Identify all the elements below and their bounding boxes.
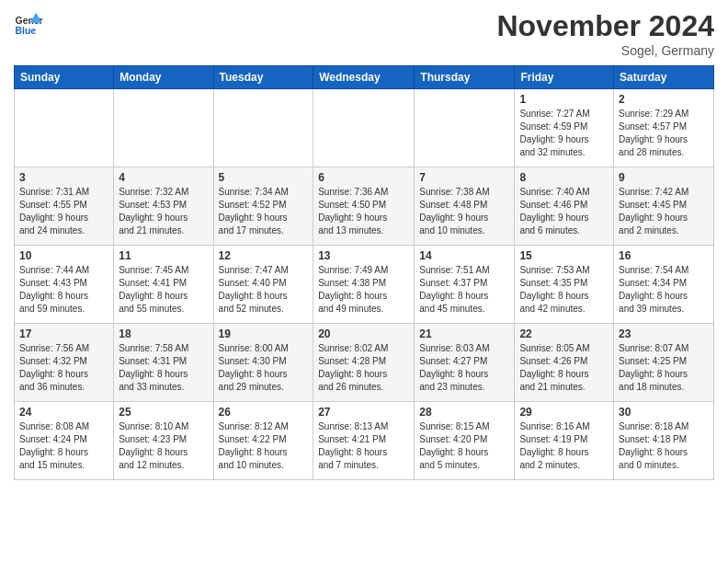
day-info: Sunrise: 7:54 AM Sunset: 4:34 PM Dayligh…	[619, 264, 709, 316]
weekday-header: Tuesday	[213, 66, 313, 89]
calendar-cell: 6Sunrise: 7:36 AM Sunset: 4:50 PM Daylig…	[313, 167, 415, 246]
day-number: 26	[219, 406, 309, 419]
day-number: 28	[419, 406, 509, 419]
day-number: 17	[19, 327, 108, 340]
day-info: Sunrise: 7:53 AM Sunset: 4:35 PM Dayligh…	[519, 264, 609, 316]
calendar-cell: 22Sunrise: 8:05 AM Sunset: 4:26 PM Dayli…	[515, 324, 614, 402]
calendar-cell: 14Sunrise: 7:51 AM Sunset: 4:37 PM Dayli…	[415, 246, 515, 324]
day-number: 18	[119, 327, 208, 340]
day-number: 12	[219, 249, 309, 262]
day-info: Sunrise: 7:31 AM Sunset: 4:55 PM Dayligh…	[19, 186, 108, 237]
svg-text:Blue: Blue	[16, 26, 37, 36]
calendar-table: SundayMondayTuesdayWednesdayThursdayFrid…	[14, 65, 714, 480]
weekday-header: Friday	[515, 66, 614, 89]
calendar-cell: 20Sunrise: 8:02 AM Sunset: 4:28 PM Dayli…	[313, 324, 415, 402]
day-number: 2	[619, 93, 709, 106]
location: Sogel, Germany	[496, 43, 714, 58]
day-info: Sunrise: 8:05 AM Sunset: 4:26 PM Dayligh…	[519, 342, 609, 394]
calendar-cell: 17Sunrise: 7:56 AM Sunset: 4:32 PM Dayli…	[15, 324, 114, 402]
day-info: Sunrise: 7:45 AM Sunset: 4:41 PM Dayligh…	[119, 264, 208, 316]
day-number: 14	[419, 249, 509, 262]
calendar-cell	[213, 89, 313, 167]
day-number: 30	[619, 406, 709, 419]
day-number: 25	[119, 406, 208, 419]
calendar-cell	[313, 89, 415, 167]
day-info: Sunrise: 7:49 AM Sunset: 4:38 PM Dayligh…	[318, 264, 409, 316]
day-number: 11	[119, 249, 208, 262]
calendar-cell: 7Sunrise: 7:38 AM Sunset: 4:48 PM Daylig…	[415, 167, 515, 246]
day-number: 29	[519, 406, 609, 419]
weekday-header-row: SundayMondayTuesdayWednesdayThursdayFrid…	[15, 66, 714, 89]
day-number: 10	[19, 249, 108, 262]
weekday-header: Saturday	[614, 66, 714, 89]
calendar-cell: 9Sunrise: 7:42 AM Sunset: 4:45 PM Daylig…	[614, 167, 714, 246]
calendar-week-row: 1Sunrise: 7:27 AM Sunset: 4:59 PM Daylig…	[15, 89, 714, 167]
calendar-cell: 2Sunrise: 7:29 AM Sunset: 4:57 PM Daylig…	[614, 89, 714, 167]
day-info: Sunrise: 7:40 AM Sunset: 4:46 PM Dayligh…	[519, 186, 609, 237]
day-info: Sunrise: 7:34 AM Sunset: 4:52 PM Dayligh…	[219, 186, 309, 237]
day-info: Sunrise: 7:51 AM Sunset: 4:37 PM Dayligh…	[419, 264, 509, 316]
day-info: Sunrise: 8:15 AM Sunset: 4:20 PM Dayligh…	[419, 420, 509, 472]
day-info: Sunrise: 7:36 AM Sunset: 4:50 PM Dayligh…	[318, 186, 409, 237]
header: General Blue November 2024 Sogel, German…	[14, 9, 714, 58]
day-info: Sunrise: 8:08 AM Sunset: 4:24 PM Dayligh…	[19, 420, 108, 472]
calendar-cell	[114, 89, 213, 167]
calendar-cell: 28Sunrise: 8:15 AM Sunset: 4:20 PM Dayli…	[415, 402, 515, 480]
day-info: Sunrise: 7:56 AM Sunset: 4:32 PM Dayligh…	[19, 342, 108, 394]
day-info: Sunrise: 7:38 AM Sunset: 4:48 PM Dayligh…	[419, 186, 509, 237]
month-title: November 2024	[496, 9, 714, 43]
day-number: 1	[519, 93, 609, 106]
day-info: Sunrise: 7:58 AM Sunset: 4:31 PM Dayligh…	[119, 342, 208, 394]
day-info: Sunrise: 8:12 AM Sunset: 4:22 PM Dayligh…	[219, 420, 309, 472]
day-info: Sunrise: 7:47 AM Sunset: 4:40 PM Dayligh…	[219, 264, 309, 316]
calendar-cell: 4Sunrise: 7:32 AM Sunset: 4:53 PM Daylig…	[114, 167, 213, 246]
calendar-cell: 23Sunrise: 8:07 AM Sunset: 4:25 PM Dayli…	[614, 324, 714, 402]
calendar-cell: 16Sunrise: 7:54 AM Sunset: 4:34 PM Dayli…	[614, 246, 714, 324]
calendar-cell: 8Sunrise: 7:40 AM Sunset: 4:46 PM Daylig…	[515, 167, 614, 246]
calendar-cell: 27Sunrise: 8:13 AM Sunset: 4:21 PM Dayli…	[313, 402, 415, 480]
weekday-header: Sunday	[15, 66, 114, 89]
calendar-cell: 10Sunrise: 7:44 AM Sunset: 4:43 PM Dayli…	[15, 246, 114, 324]
day-number: 9	[619, 171, 709, 184]
day-info: Sunrise: 8:10 AM Sunset: 4:23 PM Dayligh…	[119, 420, 208, 472]
weekday-header: Thursday	[415, 66, 515, 89]
calendar-week-row: 17Sunrise: 7:56 AM Sunset: 4:32 PM Dayli…	[15, 324, 714, 402]
calendar-cell: 13Sunrise: 7:49 AM Sunset: 4:38 PM Dayli…	[313, 246, 415, 324]
logo: General Blue	[14, 9, 43, 39]
day-number: 3	[19, 171, 108, 184]
day-info: Sunrise: 8:07 AM Sunset: 4:25 PM Dayligh…	[619, 342, 709, 394]
day-number: 15	[519, 249, 609, 262]
day-info: Sunrise: 7:32 AM Sunset: 4:53 PM Dayligh…	[119, 186, 208, 237]
weekday-header: Wednesday	[313, 66, 415, 89]
day-info: Sunrise: 7:44 AM Sunset: 4:43 PM Dayligh…	[19, 264, 108, 316]
calendar-cell: 24Sunrise: 8:08 AM Sunset: 4:24 PM Dayli…	[15, 402, 114, 480]
day-number: 8	[519, 171, 609, 184]
calendar-cell: 19Sunrise: 8:00 AM Sunset: 4:30 PM Dayli…	[213, 324, 313, 402]
day-info: Sunrise: 8:16 AM Sunset: 4:19 PM Dayligh…	[519, 420, 609, 472]
day-number: 23	[619, 327, 709, 340]
day-info: Sunrise: 8:03 AM Sunset: 4:27 PM Dayligh…	[419, 342, 509, 394]
calendar-cell: 5Sunrise: 7:34 AM Sunset: 4:52 PM Daylig…	[213, 167, 313, 246]
day-info: Sunrise: 7:29 AM Sunset: 4:57 PM Dayligh…	[619, 108, 709, 159]
day-number: 19	[219, 327, 309, 340]
day-number: 13	[318, 249, 409, 262]
day-number: 21	[419, 327, 509, 340]
day-number: 16	[619, 249, 709, 262]
day-info: Sunrise: 8:13 AM Sunset: 4:21 PM Dayligh…	[318, 420, 409, 472]
calendar-cell: 3Sunrise: 7:31 AM Sunset: 4:55 PM Daylig…	[15, 167, 114, 246]
page-container: General Blue November 2024 Sogel, German…	[0, 0, 728, 489]
calendar-cell: 21Sunrise: 8:03 AM Sunset: 4:27 PM Dayli…	[415, 324, 515, 402]
calendar-week-row: 24Sunrise: 8:08 AM Sunset: 4:24 PM Dayli…	[15, 402, 714, 480]
calendar-cell	[15, 89, 114, 167]
day-info: Sunrise: 8:02 AM Sunset: 4:28 PM Dayligh…	[318, 342, 409, 394]
day-info: Sunrise: 7:27 AM Sunset: 4:59 PM Dayligh…	[519, 108, 609, 159]
day-number: 20	[318, 327, 409, 340]
day-info: Sunrise: 8:00 AM Sunset: 4:30 PM Dayligh…	[219, 342, 309, 394]
calendar-cell	[415, 89, 515, 167]
day-number: 22	[519, 327, 609, 340]
weekday-header: Monday	[114, 66, 213, 89]
day-info: Sunrise: 8:18 AM Sunset: 4:18 PM Dayligh…	[619, 420, 709, 472]
calendar-week-row: 10Sunrise: 7:44 AM Sunset: 4:43 PM Dayli…	[15, 246, 714, 324]
day-info: Sunrise: 7:42 AM Sunset: 4:45 PM Dayligh…	[619, 186, 709, 237]
calendar-cell: 1Sunrise: 7:27 AM Sunset: 4:59 PM Daylig…	[515, 89, 614, 167]
